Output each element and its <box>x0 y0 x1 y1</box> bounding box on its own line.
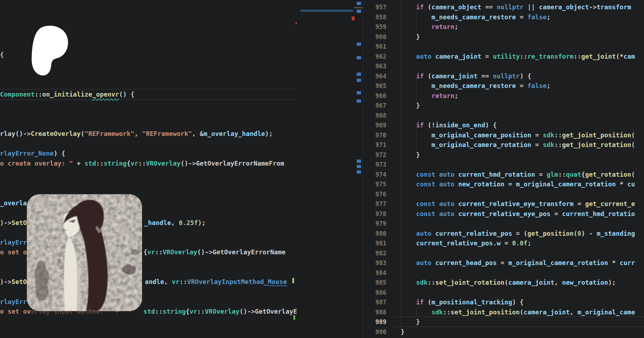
line-number[interactable]: 965 <box>364 81 386 91</box>
code-line[interactable]: } <box>401 150 420 160</box>
line-number[interactable]: 970 <box>364 130 386 140</box>
line-number[interactable]: 957 <box>364 2 386 12</box>
code-line[interactable]: erlay input method: " + <box>31 307 123 317</box>
overview-ruler-mark <box>357 10 361 13</box>
code-line[interactable]: return; <box>401 22 458 32</box>
line-number[interactable]: 976 <box>364 189 386 199</box>
code-token: ( <box>80 130 84 137</box>
code-line[interactable]: } <box>401 101 420 111</box>
code-token: = <box>501 240 512 247</box>
left-code-panel[interactable]: {Component::on_initialize_openvr() {rlay… <box>0 0 297 338</box>
line-number[interactable]: 972 <box>364 150 386 160</box>
code-line[interactable]: m_needs_camera_restore = false; <box>401 81 551 91</box>
code-line[interactable]: m_original_camera_rotation = sdk::get_jo… <box>401 140 635 150</box>
line-number[interactable]: 979 <box>364 219 386 229</box>
code-line[interactable]: const auto new_rotation = m_original_cam… <box>401 179 635 189</box>
code-line[interactable]: o set ov <box>0 307 31 317</box>
code-token: if <box>416 299 424 306</box>
code-line[interactable]: const auto current_relative_eye_transfor… <box>401 199 635 209</box>
code-line[interactable]: } <box>401 327 405 337</box>
code-line[interactable]: if (camera_joint == nullptr) { <box>401 71 531 81</box>
line-number[interactable]: 967 <box>364 101 386 111</box>
code-line[interactable]: rlayError_None) { <box>0 148 65 158</box>
line-number[interactable]: 985 <box>364 278 386 288</box>
code-line[interactable]: rlayErr <box>0 297 27 307</box>
code-line[interactable]: if (!inside_on_end) { <box>401 120 497 130</box>
code-line[interactable]: sdk::set_joint_position(camera_joint, m_… <box>401 307 635 317</box>
line-number[interactable]: 975 <box>364 179 386 189</box>
line-number[interactable]: 973 <box>364 160 386 170</box>
code-token: + <box>73 160 84 167</box>
code-line[interactable]: m_needs_camera_restore = false; <box>401 12 551 22</box>
code-line[interactable]: std::string{vr::VROverlay()->GetOverlayE… <box>143 307 297 317</box>
code-line[interactable]: auto current_relative_pos = (get_positio… <box>401 229 635 239</box>
code-token: current_relative_eye_transform <box>458 200 574 207</box>
code-line[interactable]: o set o <box>0 247 27 257</box>
line-number[interactable]: 961 <box>364 41 386 52</box>
code-token <box>454 210 458 217</box>
code-token: , <box>135 130 142 137</box>
code-line[interactable]: sdk::set_joint_rotation(camera_joint, ne… <box>401 278 616 288</box>
code-token: } <box>401 102 420 109</box>
code-line[interactable]: )->SetO <box>0 277 27 287</box>
line-number[interactable]: 969 <box>364 120 386 130</box>
code-line[interactable]: if (m_positional_tracking) { <box>401 297 524 307</box>
line-number[interactable]: 981 <box>364 238 386 248</box>
overview-ruler-mark <box>357 170 361 173</box>
line-number[interactable]: 968 <box>364 111 386 121</box>
line-number[interactable]: 966 <box>364 91 386 101</box>
code-token: new_rotation <box>562 279 608 286</box>
code-token: :: <box>554 141 562 148</box>
code-token: , <box>171 219 179 226</box>
code-token: camera_object <box>539 4 589 11</box>
line-number[interactable]: 977 <box>364 199 386 209</box>
code-line[interactable]: m_original_camera_position = sdk::get_jo… <box>401 130 635 140</box>
code-line[interactable]: } <box>401 317 420 327</box>
line-number[interactable]: 960 <box>364 32 386 42</box>
code-token <box>401 92 431 99</box>
code-token: = <box>574 200 585 207</box>
code-line[interactable]: andle, vr::VROverlayInputMethod_Mouse <box>145 277 287 287</box>
line-number[interactable]: 974 <box>364 170 386 180</box>
line-number[interactable]: 964 <box>364 71 386 81</box>
code-line[interactable]: Component::on_initialize_openvr() { <box>0 89 135 99</box>
code-token: on_initialize <box>42 91 92 98</box>
code-line[interactable]: {vr::VROverlay()->GetOverlayErrorName <box>143 247 286 257</box>
line-number[interactable]: 989 <box>364 317 386 327</box>
code-line[interactable]: } <box>401 32 420 42</box>
line-number[interactable]: 959 <box>364 22 386 32</box>
code-line[interactable]: auto current_head_pos = m_original_camer… <box>401 258 635 268</box>
minimap[interactable] <box>297 0 362 338</box>
code-line[interactable]: current_relative_pos.w = 0.0f; <box>401 238 531 248</box>
code-line[interactable]: )->SetO <box>0 218 27 228</box>
line-number[interactable]: 986 <box>364 288 386 298</box>
code-line[interactable]: if (camera_object == nullptr || camera_o… <box>401 2 631 12</box>
line-number[interactable]: 971 <box>364 140 386 150</box>
code-line[interactable]: auto camera_joint = utility::re_transfor… <box>401 52 635 62</box>
line-number[interactable]: 980 <box>364 229 386 239</box>
code-line[interactable]: const auto current_relative_eye_pos = cu… <box>401 209 635 219</box>
code-line[interactable]: const auto current_hmd_rotation = glm::q… <box>401 170 635 180</box>
code-line[interactable]: { <box>0 50 4 60</box>
line-number[interactable]: 963 <box>364 61 386 71</box>
code-token <box>401 171 416 178</box>
code-token: return <box>431 23 454 30</box>
line-number[interactable]: 987 <box>364 297 386 307</box>
code-line[interactable]: rlayErr <box>0 237 27 248</box>
code-line[interactable]: _overla <box>0 198 27 208</box>
code-line[interactable]: rlay()->CreateOverlay("REFramework", "RE… <box>0 129 273 139</box>
line-number[interactable]: 990 <box>364 327 386 337</box>
line-number[interactable]: 958 <box>364 12 386 22</box>
code-token: )-> <box>0 278 11 285</box>
line-number[interactable]: 962 <box>364 52 386 62</box>
overview-ruler-mark <box>357 160 361 163</box>
code-line[interactable]: return; <box>401 91 458 101</box>
line-number[interactable]: 984 <box>364 268 386 278</box>
line-number[interactable]: 978 <box>364 209 386 219</box>
line-number[interactable]: 982 <box>364 248 386 258</box>
line-number[interactable]: 988 <box>364 307 386 317</box>
code-line[interactable]: o create overlay: " + std::string{vr::VR… <box>0 158 284 168</box>
code-token <box>401 122 416 129</box>
line-number[interactable]: 983 <box>364 258 386 268</box>
code-line[interactable]: _handle, 0.25f); <box>144 218 206 228</box>
